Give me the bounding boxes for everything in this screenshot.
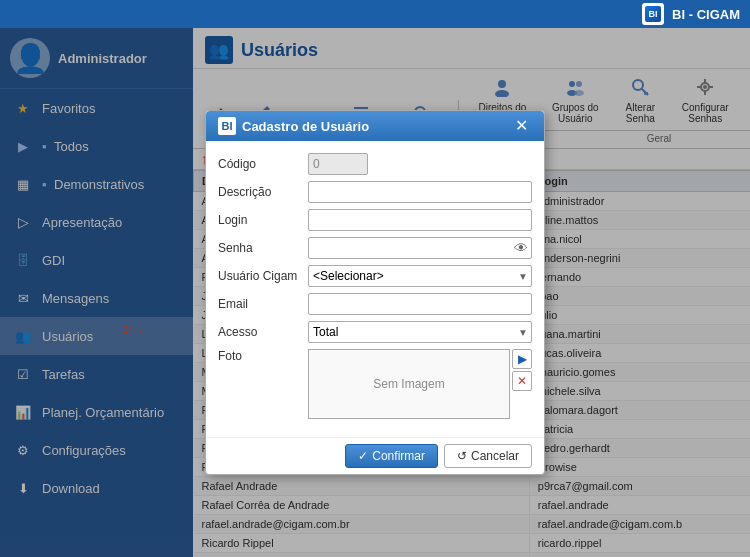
senha-input[interactable]	[308, 237, 532, 259]
check-icon: ✓	[358, 449, 368, 463]
form-row-login: Login	[218, 209, 532, 231]
cancel-button[interactable]: ↺ Cancelar	[444, 444, 532, 468]
codigo-label: Código	[218, 157, 308, 171]
email-label: Email	[218, 297, 308, 311]
form-row-senha: Senha 👁	[218, 237, 532, 259]
app-icon: BI	[642, 3, 664, 25]
photo-actions: ▶ ✕	[512, 349, 532, 393]
form-row-foto: Foto Sem Imagem ▶ ✕	[218, 349, 532, 419]
login-label: Login	[218, 213, 308, 227]
undo-icon: ↺	[457, 449, 467, 463]
form-row-acesso: Acesso Total ▼	[218, 321, 532, 343]
photo-box: Sem Imagem	[308, 349, 510, 419]
acesso-select[interactable]: Total	[308, 321, 532, 343]
modal-overlay: BI Cadastro de Usuário ✕ Código Descriçã…	[0, 28, 750, 557]
form-row-codigo: Código	[218, 153, 532, 175]
confirm-button[interactable]: ✓ Confirmar	[345, 444, 438, 468]
acesso-label: Acesso	[218, 325, 308, 339]
descricao-input[interactable]	[308, 181, 532, 203]
senha-wrapper: 👁	[308, 237, 532, 259]
login-input[interactable]	[308, 209, 532, 231]
form-row-descricao: Descrição	[218, 181, 532, 203]
modal-close-button[interactable]: ✕	[511, 118, 532, 134]
photo-browse-button[interactable]: ▶	[512, 349, 532, 369]
usuario-cigam-wrapper: <Selecionar> ▼	[308, 265, 532, 287]
descricao-label: Descrição	[218, 185, 308, 199]
modal-body: Código Descrição Login Senha 👁	[206, 141, 544, 437]
photo-placeholder: Sem Imagem	[373, 377, 444, 391]
senha-label: Senha	[218, 241, 308, 255]
photo-delete-button[interactable]: ✕	[512, 371, 532, 391]
app-header: BI BI - CIGAM	[0, 0, 750, 28]
eye-icon[interactable]: 👁	[514, 240, 528, 256]
foto-label: Foto	[218, 349, 308, 363]
form-row-usuario-cigam: Usuário Cigam <Selecionar> ▼	[218, 265, 532, 287]
form-row-email: Email	[218, 293, 532, 315]
app-title: BI - CIGAM	[672, 7, 740, 22]
modal-title: Cadastro de Usuário	[242, 119, 369, 134]
codigo-input[interactable]	[308, 153, 368, 175]
email-input[interactable]	[308, 293, 532, 315]
usuario-cigam-select[interactable]: <Selecionar>	[308, 265, 532, 287]
modal-footer: ✓ Confirmar ↺ Cancelar	[206, 437, 544, 474]
modal-header-icon: BI	[218, 117, 236, 135]
acesso-wrapper: Total ▼	[308, 321, 532, 343]
cadastro-usuario-modal: BI Cadastro de Usuário ✕ Código Descriçã…	[205, 110, 545, 475]
modal-header: BI Cadastro de Usuário ✕	[206, 111, 544, 141]
usuario-cigam-label: Usuário Cigam	[218, 269, 308, 283]
